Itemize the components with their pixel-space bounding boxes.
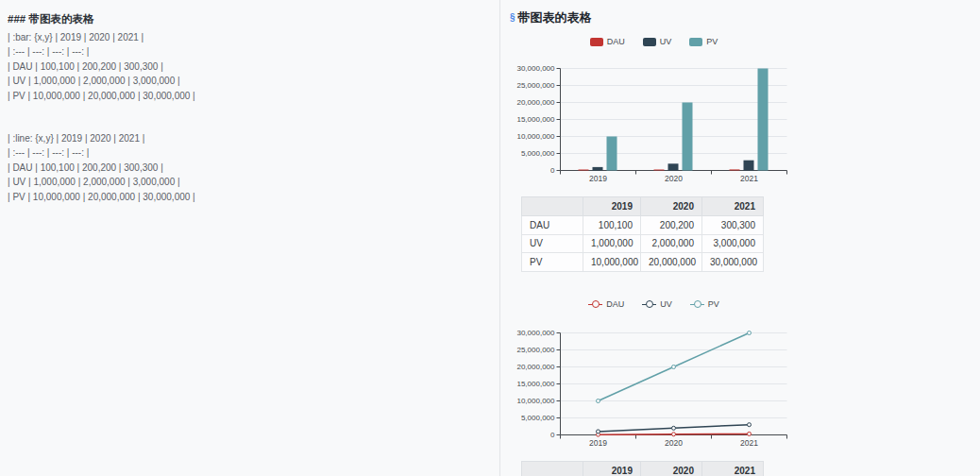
y-axis-label: 5,000,000 [521,414,555,422]
bar-dau-2021 [730,169,740,170]
y-axis-label: 10,000,000 [516,397,555,405]
point-pv [597,400,600,403]
table-header-cell: 2021 [702,197,764,216]
preview-heading: § 带图表的表格 [510,9,592,26]
table-cell: 100,100 [583,216,641,235]
preview-pane: § 带图表的表格 DAUUVPV 05,000,00010,000,00015,… [501,0,980,476]
table-cell: 2,000,000 [641,234,702,253]
source-line: | :--- | ---: | ---: | ---: | [8,44,490,59]
source-line-table-block: | :line: {x,y} | 2019 | 2020 | 2021 || :… [8,131,490,204]
bar-pv-2020 [683,103,693,171]
table-cell: PV [522,253,583,272]
legend-label: PV [706,37,718,46]
y-axis-label: 20,000,000 [516,363,555,371]
point-uv [748,423,752,427]
y-axis-label: 15,000,000 [516,115,555,124]
bar-pv-2019 [607,137,617,171]
legend-item-uv[interactable]: UV [643,37,672,46]
source-bar-table-block: | :bar: {x,y} | 2019 | 2020 | 2021 || :-… [8,30,490,103]
bar-chart-legend: DAUUVPV [515,36,793,47]
legend-label: UV [660,299,672,309]
y-axis-label: 25,000,000 [516,346,555,354]
rendered-table-bar: 201920202021DAU100,100200,200300,300UV1,… [521,196,764,272]
x-axis-label: 2020 [665,174,683,183]
y-axis-label: 25,000,000 [516,81,555,90]
markdown-editor-app: { "editor": { "heading": "### 带图表的表格", "… [0,0,980,476]
table-row: UV1,000,0002,000,0003,000,000 [522,234,764,253]
legend-line-marker-icon [588,300,602,309]
source-line: | :line: {x,y} | 2019 | 2020 | 2021 | [8,131,490,145]
bar-dau-2020 [654,170,665,171]
y-axis-label: 30,000,000 [516,64,555,73]
table-header-cell [522,462,583,476]
markdown-source-pane[interactable]: ### 带图表的表格 | :bar: {x,y} | 2019 | 2020 |… [0,0,500,476]
heading-anchor-icon[interactable]: § [510,13,515,23]
source-line: | PV | 10,000,000 | 20,000,000 | 30,000,… [8,190,490,204]
source-line: | PV | 10,000,000 | 20,000,000 | 30,000,… [8,89,490,103]
table-cell: 20,000,000 [641,253,702,272]
data-table: 201920202021DAU100,100200,200300,300UV1,… [521,461,764,476]
y-axis-label: 0 [550,431,555,439]
legend-label: PV [708,299,719,309]
table-header-cell [522,197,583,216]
legend-item-dau[interactable]: DAU [590,37,625,46]
bar-uv-2021 [744,161,754,171]
table-header-cell: 2020 [641,197,702,216]
source-line: | UV | 1,000,000 | 2,000,000 | 3,000,000… [8,175,490,189]
y-axis-label: 0 [550,166,555,175]
table-cell: 3,000,000 [702,234,764,253]
rendered-table-line-partial: 201920202021DAU100,100200,200300,300UV1,… [521,461,764,476]
table-cell: 30,000,000 [702,253,764,272]
legend-line-marker-icon [690,300,704,309]
line-chart-legend: DAUUVPV [515,298,793,310]
point-dau [748,432,752,435]
table-header-row: 201920202021 [522,197,764,216]
x-axis-label: 2021 [740,174,758,183]
bar-pv-2021 [758,69,769,171]
table-cell: 200,200 [641,216,702,235]
line-chart: 05,000,00010,000,00015,000,00020,000,000… [515,321,793,448]
legend-swatch-icon [643,38,656,46]
table-cell: 300,300 [702,216,764,235]
bar-uv-2020 [668,163,679,170]
legend-item-uv[interactable]: UV [642,299,672,309]
point-uv [672,426,676,430]
legend-item-pv[interactable]: PV [690,299,719,309]
table-row: PV10,000,00020,000,00030,000,000 [522,253,764,272]
y-axis-label: 10,000,000 [516,132,555,141]
source-line: | DAU | 100,100 | 200,200 | 300,300 | [8,60,490,74]
table-row: DAU100,100200,200300,300 [522,216,764,235]
legend-line-marker-icon [642,300,656,309]
table-cell: UV [522,234,583,253]
legend-swatch-icon [590,38,603,46]
point-dau [672,433,676,436]
x-axis-label: 2020 [665,438,683,448]
y-axis-label: 5,000,000 [521,149,555,158]
y-axis-label: 20,000,000 [516,98,555,107]
table-cell: 1,000,000 [583,234,641,253]
bar-dau-2019 [579,170,589,171]
table-cell: DAU [522,216,583,235]
x-axis-label: 2021 [740,438,758,448]
point-uv [597,430,600,434]
table-header-cell: 2019 [583,197,641,216]
legend-item-pv[interactable]: PV [689,37,718,46]
table-header-cell: 2021 [702,462,764,476]
source-line: | :--- | ---: | ---: | ---: | [8,145,490,160]
table-cell: 10,000,000 [583,253,641,272]
y-axis-label: 15,000,000 [516,380,555,388]
source-line: | :bar: {x,y} | 2019 | 2020 | 2021 | [8,30,490,44]
legend-label: DAU [606,299,624,309]
data-table: 201920202021DAU100,100200,200300,300UV1,… [521,196,764,272]
point-pv [748,332,752,335]
x-axis-label: 2019 [589,174,607,183]
legend-item-dau[interactable]: DAU [588,299,624,309]
y-axis-label: 30,000,000 [516,329,555,337]
source-line: | UV | 1,000,000 | 2,000,000 | 3,000,000… [8,74,490,88]
bar-uv-2019 [593,167,603,171]
table-header-row: 201920202021 [522,462,764,476]
legend-swatch-icon [689,38,702,46]
preview-heading-text: 带图表的表格 [518,9,592,26]
x-axis-label: 2019 [589,438,607,448]
point-pv [672,366,676,369]
